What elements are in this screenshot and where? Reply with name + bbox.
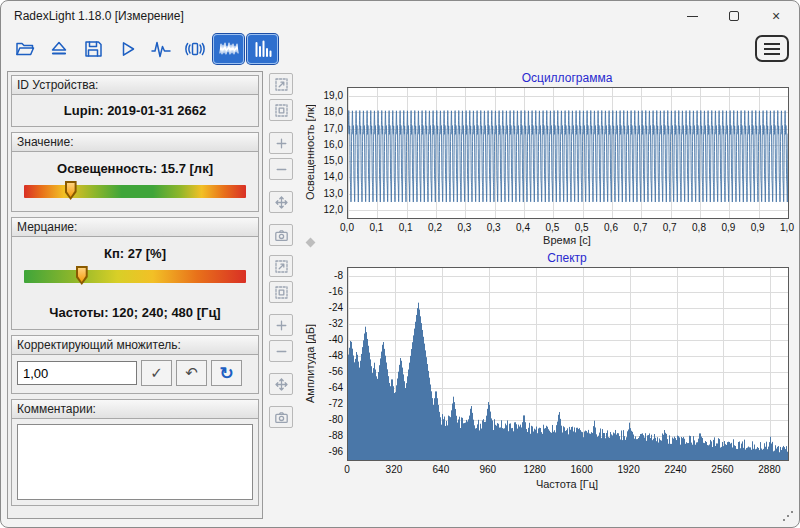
title-bar[interactable]: RadexLight 1.18.0 [Измерение] × — [1, 1, 799, 31]
oscillogram-x-axis-label: Время [с] — [347, 234, 787, 246]
pan-button[interactable] — [269, 373, 293, 395]
pan-icon — [274, 377, 289, 392]
y-tick-label: -40 — [313, 334, 343, 345]
refresh-button[interactable]: ↻ — [211, 360, 242, 386]
menu-button[interactable] — [755, 35, 789, 62]
flicker-scale — [24, 270, 246, 283]
y-tick-label: -16 — [313, 286, 343, 297]
resize-grip[interactable] — [791, 511, 793, 513]
zoom-out-button[interactable] — [269, 340, 293, 362]
confirm-button[interactable]: ✓ — [141, 360, 172, 386]
x-tick-label: 0,4 — [516, 222, 530, 233]
spectrum-tools — [269, 255, 295, 428]
save-icon — [82, 38, 104, 60]
hamburger-menu-icon — [764, 53, 780, 55]
minimize-button[interactable] — [671, 1, 713, 31]
x-tick-label: 0,6 — [604, 222, 618, 233]
maximize-button[interactable] — [713, 1, 755, 31]
y-tick-label: 15,0 — [313, 155, 343, 166]
oscillogram-toggle-button[interactable] — [213, 34, 244, 64]
zoom-in-icon — [274, 136, 289, 151]
spectrum-canvas[interactable] — [348, 268, 788, 460]
refresh-icon: ↻ — [219, 363, 233, 384]
y-tick-label: 12,0 — [313, 204, 343, 215]
y-tick-label: 16,0 — [313, 139, 343, 150]
pan-button[interactable] — [269, 191, 293, 213]
close-icon: × — [772, 9, 780, 23]
camera-button[interactable] — [269, 224, 293, 246]
x-tick-label: 1600 — [571, 464, 593, 475]
zoom-selection-button[interactable] — [269, 73, 293, 95]
y-tick-label: 19,0 — [313, 90, 343, 101]
y-tick-label: -8 — [313, 270, 343, 281]
zoom-region-button[interactable] — [269, 281, 293, 303]
hamburger-menu-icon — [764, 43, 780, 45]
hamburger-menu-icon — [764, 48, 780, 50]
main-toolbar — [9, 32, 278, 66]
multiplier-input[interactable] — [17, 361, 137, 385]
eject-button[interactable] — [43, 34, 74, 64]
flicker-gradient-bar — [24, 270, 246, 283]
x-tick-label: 0,2 — [428, 222, 442, 233]
app-window: RadexLight 1.18.0 [Измерение] × — [0, 0, 800, 528]
comments-textarea[interactable] — [17, 424, 253, 500]
flicker-group: Мерцание: Кп: 27 [%] Частоты: 120; 240; … — [11, 217, 259, 330]
oscillogram-chart: Осциллограмма Освещенность [лк] Время [с… — [301, 71, 797, 251]
y-tick-label: 18,0 — [313, 106, 343, 117]
close-button[interactable]: × — [755, 1, 797, 31]
x-tick-label: 1,0 — [780, 222, 794, 233]
oscillogram-title: Осциллограмма — [347, 71, 787, 85]
check-icon: ✓ — [150, 364, 163, 382]
zoom-selection-button[interactable] — [269, 255, 293, 277]
x-tick-label: 640 — [433, 464, 450, 475]
pulse-icon — [150, 38, 172, 60]
undo-button[interactable]: ↶ — [176, 360, 207, 386]
folder-open-icon — [14, 38, 36, 60]
zoom-selection-icon — [274, 77, 289, 92]
vibration-button[interactable] — [179, 34, 210, 64]
oscillogram-tools — [269, 73, 295, 246]
open-file-button[interactable] — [9, 34, 40, 64]
window-title: RadexLight 1.18.0 [Измерение] — [14, 9, 184, 23]
x-tick-label: 2560 — [711, 464, 733, 475]
zoom-region-button[interactable] — [269, 99, 293, 121]
value-group: Значение: Освещенность: 15.7 [лк] — [11, 132, 259, 212]
x-tick-label: 0,1 — [369, 222, 383, 233]
pan-icon — [274, 195, 289, 210]
illuminance-marker — [65, 181, 77, 200]
y-tick-label: -64 — [313, 382, 343, 393]
save-button[interactable] — [77, 34, 108, 64]
device-id-value: Lupin: 2019-01-31 2662 — [12, 95, 258, 126]
y-tick-label: -88 — [313, 430, 343, 441]
oscillogram-plot-area — [347, 87, 789, 219]
x-tick-label: 960 — [479, 464, 496, 475]
y-tick-label: 13,0 — [313, 188, 343, 199]
zoom-region-icon — [274, 103, 289, 118]
multiplier-label: Корректирующий множитель: — [12, 336, 258, 355]
flicker-frequencies: Частоты: 120; 240; 480 [Гц] — [12, 296, 258, 329]
zoom-selection-icon — [274, 259, 289, 274]
x-tick-label: 0 — [344, 464, 350, 475]
spectrum-toggle-button[interactable] — [247, 34, 278, 64]
vibration-icon — [184, 38, 206, 60]
zoom-in-button[interactable] — [269, 314, 293, 336]
zoom-in-button[interactable] — [269, 132, 293, 154]
play-button[interactable] — [111, 34, 142, 64]
device-id-group: ID Устройства: Lupin: 2019-01-31 2662 — [11, 75, 259, 127]
flicker-kp-value: Кп: 27 [%] — [12, 237, 258, 270]
comments-label: Комментарии: — [12, 400, 258, 419]
oscillogram-canvas[interactable] — [348, 88, 788, 218]
x-tick-label: 0,9 — [721, 222, 735, 233]
camera-button[interactable] — [269, 406, 293, 428]
x-tick-label: 2240 — [664, 464, 686, 475]
zoom-out-button[interactable] — [269, 158, 293, 180]
camera-icon — [274, 410, 289, 425]
measurement-panel: ID Устройства: Lupin: 2019-01-31 2662 Зн… — [7, 71, 263, 519]
x-tick-label: 0,3 — [487, 222, 501, 233]
pulse-signal-button[interactable] — [145, 34, 176, 64]
y-tick-label: 14,0 — [313, 171, 343, 182]
device-id-label: ID Устройства: — [12, 76, 258, 95]
spectrum-plot-area — [347, 267, 789, 461]
x-tick-label: 0,7 — [633, 222, 647, 233]
oscillogram-icon — [218, 38, 240, 60]
